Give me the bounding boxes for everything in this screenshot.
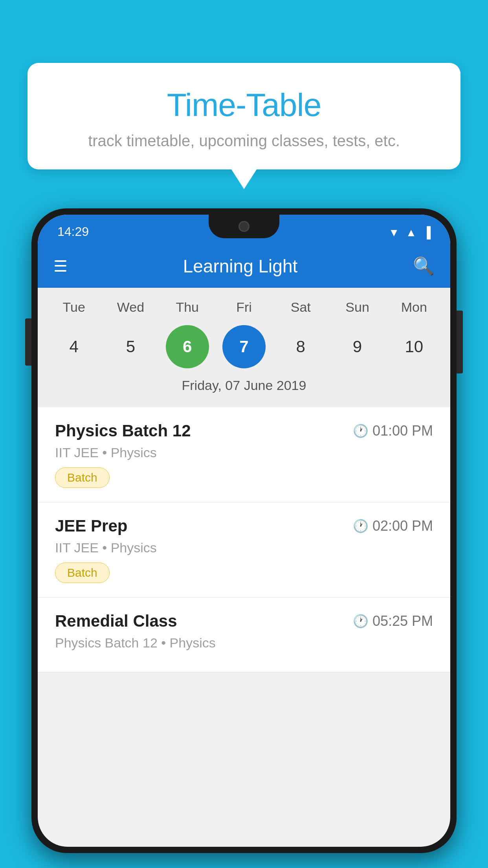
event-time-2: 🕐 02:00 PM [353,518,433,534]
day-wed: Wed [107,300,154,315]
date-7-selected[interactable]: 7 [222,325,266,368]
hamburger-icon[interactable]: ☰ [53,258,68,274]
day-sat: Sat [277,300,324,315]
event-time-1: 🕐 01:00 PM [353,423,433,439]
front-camera [238,221,250,232]
speech-bubble: Time-Table track timetable, upcoming cla… [28,63,460,169]
event-subtitle-2: IIT JEE • Physics [55,540,433,555]
status-icons: ▼ ▲ ▐ [389,226,431,239]
event-header-2: JEE Prep 🕐 02:00 PM [55,517,433,535]
signal-icon: ▲ [405,226,416,239]
date-4[interactable]: 4 [52,325,95,368]
app-feature-title: Time-Table [43,86,445,123]
event-badge-1: Batch [55,467,110,488]
calendar-dates: 4 5 6 7 8 9 10 [38,321,450,375]
event-item-1[interactable]: Physics Batch 12 🕐 01:00 PM IIT JEE • Ph… [38,407,450,502]
app-title: Learning Light [82,256,399,277]
calendar-days-header: Tue Wed Thu Fri Sat Sun Mon [38,296,450,321]
event-title-3: Remedial Class [55,612,177,631]
day-sun: Sun [334,300,381,315]
date-10[interactable]: 10 [393,325,436,368]
event-title-2: JEE Prep [55,517,127,535]
app-toolbar: ☰ Learning Light 🔍 [38,245,450,288]
date-8[interactable]: 8 [279,325,322,368]
clock-icon-1: 🕐 [353,423,369,438]
phone-outer: 14:29 ▼ ▲ ▐ ☰ Learning Light 🔍 Tue Wed T… [31,208,457,853]
event-item-2[interactable]: JEE Prep 🕐 02:00 PM IIT JEE • Physics Ba… [38,502,450,598]
day-thu: Thu [164,300,211,315]
clock-icon-2: 🕐 [353,519,369,533]
battery-icon: ▐ [423,226,431,239]
event-title-1: Physics Batch 12 [55,421,191,440]
date-9[interactable]: 9 [336,325,379,368]
event-subtitle-3: Physics Batch 12 • Physics [55,635,433,651]
day-mon: Mon [391,300,438,315]
wifi-icon: ▼ [389,226,400,239]
day-fri: Fri [220,300,268,315]
app-feature-subtitle: track timetable, upcoming classes, tests… [43,132,445,150]
date-6-today[interactable]: 6 [166,325,209,368]
event-time-3: 🕐 05:25 PM [353,613,433,629]
speech-bubble-container: Time-Table track timetable, upcoming cla… [28,63,460,169]
events-list: Physics Batch 12 🕐 01:00 PM IIT JEE • Ph… [38,407,450,672]
event-badge-2: Batch [55,563,110,583]
search-icon[interactable]: 🔍 [413,256,435,276]
phone-notch [209,215,279,238]
date-5[interactable]: 5 [109,325,152,368]
event-item-3[interactable]: Remedial Class 🕐 05:25 PM Physics Batch … [38,598,450,672]
phone-screen: 14:29 ▼ ▲ ▐ ☰ Learning Light 🔍 Tue Wed T… [38,215,450,847]
day-tue: Tue [50,300,97,315]
status-time: 14:29 [57,224,89,239]
phone-mockup: 14:29 ▼ ▲ ▐ ☰ Learning Light 🔍 Tue Wed T… [31,208,457,868]
selected-date-label: Friday, 07 June 2019 [38,375,450,399]
clock-icon-3: 🕐 [353,614,369,629]
event-header-3: Remedial Class 🕐 05:25 PM [55,612,433,631]
calendar-section: Tue Wed Thu Fri Sat Sun Mon 4 5 6 7 8 9 … [38,288,450,407]
event-subtitle-1: IIT JEE • Physics [55,445,433,460]
event-header-1: Physics Batch 12 🕐 01:00 PM [55,421,433,440]
